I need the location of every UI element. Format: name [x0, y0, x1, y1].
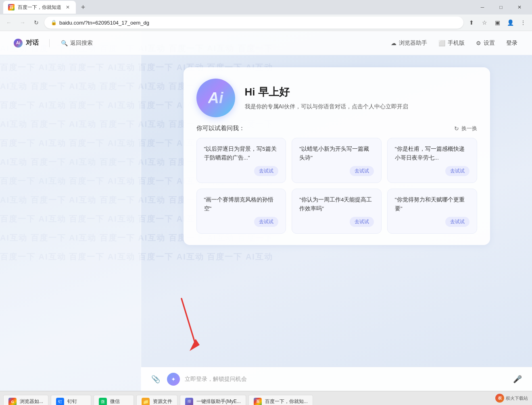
try-button-0[interactable]: 去试试 — [254, 166, 278, 176]
nav-logo-text: 对话 — [26, 39, 39, 47]
try-button-1[interactable]: 去试试 — [350, 166, 374, 176]
chat-input[interactable]: 立即登录，解锁提问机会 — [185, 376, 506, 383]
ai-logo-icon: Ai — [14, 39, 23, 48]
prompts-grid: "以后羿逐日为背景，写5篇关于防晒霜的广告..." 去试试 "以蜡笔小新为开头写… — [196, 138, 477, 234]
nav-right-section: ☁ 浏览器助手 ⬜ 手机版 ⚙ 设置 登录 — [386, 37, 522, 49]
refresh-button[interactable]: ↻ — [31, 17, 42, 28]
greeting-title: Hi 早上好 — [245, 85, 408, 99]
prompt-card-5[interactable]: "你觉得努力和天赋哪个更重要" 去试试 — [387, 189, 477, 234]
browser-helper-button[interactable]: ☁ 浏览器助手 — [386, 37, 432, 49]
ai-input-icon[interactable]: ✦ — [167, 373, 180, 386]
attach-button[interactable]: 📎 — [149, 373, 162, 386]
browser-helper-icon: ☁ — [391, 40, 396, 46]
welcome-card: Ai Hi 早上好 我是你的专属AI伙伴，可以与你语音对话，点击个人中心立即开启… — [184, 67, 490, 245]
welcome-text: Hi 早上好 我是你的专属AI伙伴，可以与你语音对话，点击个人中心立即开启 — [245, 85, 408, 111]
refresh-label: 换一换 — [461, 125, 477, 132]
prompt-card-3[interactable]: "画一个赛博朋克风格的孙悟空" 去试试 — [196, 189, 286, 234]
try-header: 你可以试着问我： ↻ 换一换 — [196, 125, 477, 132]
mobile-version-button[interactable]: ⬜ 手机版 — [434, 37, 469, 49]
new-tab-button[interactable]: + — [77, 2, 89, 13]
close-button[interactable]: ✕ — [510, 0, 529, 15]
tab-close-button[interactable]: ✕ — [65, 4, 71, 10]
search-icon: 🔍 — [61, 40, 68, 46]
browser-helper-label: 浏览器助手 — [399, 39, 427, 47]
prompt-text-5: "你觉得努力和天赋哪个更重要" — [395, 195, 469, 213]
taskbar-item-helper[interactable]: 排 一键排版助手(MyE... — [180, 395, 246, 405]
taskbar-item-dingding[interactable]: 钉 钉钉 — [51, 395, 91, 405]
taskbar-browser-icon: G — [8, 398, 17, 405]
try-button-4[interactable]: 去试试 — [350, 217, 374, 227]
try-button-5[interactable]: 去试试 — [445, 217, 469, 227]
prompt-card-0[interactable]: "以后羿逐日为背景，写5篇关于防晒霜的广告..." 去试试 — [196, 138, 286, 183]
taskbar-baidu-icon: 百 — [254, 398, 262, 405]
login-button[interactable]: 登录 — [501, 37, 522, 49]
taskbar-helper-label: 一键排版助手(MyE... — [196, 398, 241, 405]
taskbar-item-browser[interactable]: G 浏览器如... — [3, 395, 48, 405]
taskbar-item-baidu[interactable]: 百 百度一下，你就知... — [248, 395, 313, 405]
taskbar-files-label: 资源文件 — [153, 398, 172, 405]
bookmark-button[interactable]: ☆ — [479, 17, 490, 28]
ai-avatar: Ai — [196, 79, 235, 117]
top-navigation: Ai 对话 🔍 返回搜索 ☁ 浏览器助手 ⬜ 手机版 ⚙ 设置 登录 — [0, 31, 532, 55]
taskbar-browser-label: 浏览器如... — [20, 398, 43, 405]
taskbar-item-files[interactable]: 📁 资源文件 — [136, 395, 177, 405]
left-sidebar — [0, 31, 141, 391]
try-button-2[interactable]: 去试试 — [445, 166, 469, 176]
window-controls: ─ □ ✕ — [473, 0, 529, 15]
restore-button[interactable]: □ — [492, 0, 510, 15]
active-tab[interactable]: 百 百度一下，你就知道 ✕ — [3, 1, 76, 14]
copyright-icon: 权 — [495, 394, 504, 403]
tab-bar: 百 百度一下，你就知道 ✕ + ─ □ ✕ — [0, 0, 532, 15]
prompt-card-4[interactable]: "你认为一周工作4天能提高工作效率吗" 去试试 — [292, 189, 382, 234]
try-label: 你可以试着问我： — [196, 125, 245, 132]
taskbar-wechat-icon: 微 — [99, 398, 107, 405]
prompt-card-2[interactable]: "你是杜甫，写一篇感概快递小哥日夜辛劳七... 去试试 — [387, 138, 477, 183]
prompt-text-1: "以蜡笔小新为开头写一篇藏头诗" — [299, 145, 374, 162]
mic-button[interactable]: 🎤 — [511, 373, 524, 386]
settings-icon: ⚙ — [476, 40, 481, 46]
ai-chat-nav-item[interactable]: Ai 对话 — [10, 36, 43, 50]
refresh-prompts-button[interactable]: ↻ 换一换 — [454, 125, 477, 132]
search-label: 返回搜索 — [70, 39, 93, 47]
tab-title: 百度一下，你就知道 — [18, 4, 61, 11]
welcome-subtitle: 我是你的专属AI伙伴，可以与你语音对话，点击个人中心立即开启 — [245, 102, 408, 111]
share-button[interactable]: ⬆ — [466, 17, 477, 28]
try-section: 你可以试着问我： ↻ 换一换 "以后羿逐日为背景，写5篇关于防晒霜的广告..."… — [196, 125, 477, 234]
try-button-3[interactable]: 去试试 — [254, 217, 278, 227]
taskbar-files-icon: 📁 — [142, 398, 150, 405]
prompt-text-0: "以后羿逐日为背景，写5篇关于防晒霜的广告..." — [204, 145, 279, 162]
nav-divider — [49, 39, 50, 47]
profile-button[interactable]: 👤 — [505, 17, 516, 28]
lock-icon: 🔒 — [51, 20, 57, 25]
address-bar: ← → ↻ 🔒 baidu.com/?tn=62095104_17_oem_dg… — [0, 15, 532, 31]
sidebar-button[interactable]: ▣ — [492, 17, 503, 28]
taskbar-helper-icon: 排 — [185, 398, 193, 405]
prompt-text-4: "你认为一周工作4天能提高工作效率吗" — [299, 195, 374, 213]
forward-button[interactable]: → — [17, 17, 28, 28]
settings-button[interactable]: ⚙ 设置 — [471, 37, 500, 49]
minimize-button[interactable]: ─ — [473, 0, 492, 15]
taskbar-dingding-icon: 钉 — [56, 398, 64, 405]
mobile-icon: ⬜ — [438, 40, 445, 46]
taskbar-baidu-label: 百度一下，你就知... — [265, 398, 308, 405]
bottom-input-bar: 📎 ✦ 立即登录，解锁提问机会 🎤 — [141, 367, 532, 391]
prompt-card-1[interactable]: "以蜡笔小新为开头写一篇藏头诗" 去试试 — [292, 138, 382, 183]
taskbar-item-wechat[interactable]: 微 微信 — [94, 395, 134, 405]
return-search-button[interactable]: 🔍 返回搜索 — [56, 37, 98, 49]
address-input[interactable]: 🔒 baidu.com/?tn=62095104_17_oem_dg — [44, 17, 463, 29]
mobile-label: 手机版 — [448, 39, 465, 47]
main-content: Ai Hi 早上好 我是你的专属AI伙伴，可以与你语音对话，点击个人中心立即开启… — [141, 55, 532, 367]
tab-favicon: 百 — [8, 4, 15, 10]
address-actions: ⬆ ☆ ▣ 👤 ⋮ — [466, 17, 529, 28]
back-button[interactable]: ← — [3, 17, 15, 28]
prompt-text-2: "你是杜甫，写一篇感概快递小哥日夜辛劳七... — [395, 145, 469, 162]
taskbar-dingding-label: 钉钉 — [67, 398, 77, 405]
input-placeholder: 立即登录，解锁提问机会 — [185, 376, 247, 383]
taskbar: G 浏览器如... 钉 钉钉 微 微信 📁 资源文件 排 一键排版助手(MyE.… — [0, 391, 532, 405]
menu-button[interactable]: ⋮ — [517, 17, 529, 28]
copyright-text: 权火下载站 — [506, 395, 528, 401]
taskbar-wechat-label: 微信 — [110, 398, 120, 405]
browser-chrome: 百 百度一下，你就知道 ✕ + ─ □ ✕ ← → ↻ 🔒 baidu.com/… — [0, 0, 532, 31]
welcome-header: Ai Hi 早上好 我是你的专属AI伙伴，可以与你语音对话，点击个人中心立即开启 — [196, 79, 477, 117]
page-body: AI互动 百度一下 AI互动 百度一下 AI互动 百度一下 AI互动 百度一下 … — [0, 31, 532, 391]
